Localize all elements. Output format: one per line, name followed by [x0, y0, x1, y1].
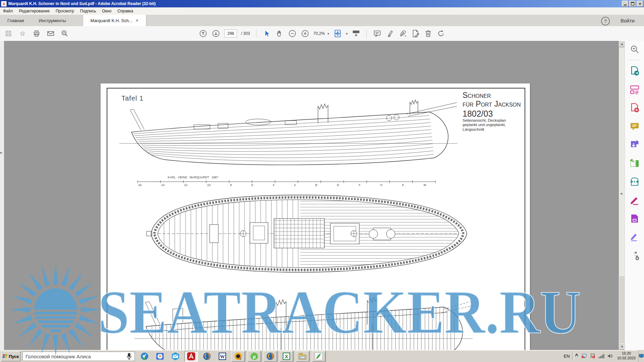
dcpp-app-icon[interactable] [231, 351, 245, 362]
tools-panel-collapse-arrow[interactable]: ◂ [620, 191, 622, 196]
collapse-toolbar-icon[interactable] [352, 29, 360, 38]
zoom-out-icon[interactable] [288, 29, 297, 38]
rotate-icon[interactable] [436, 29, 445, 38]
edit-pdf-icon[interactable] [629, 84, 640, 95]
fill-sign-icon[interactable] [411, 29, 420, 38]
pdf-convert-icon[interactable] [629, 213, 640, 224]
more-tools-icon[interactable] [629, 250, 640, 261]
email-icon[interactable] [46, 29, 55, 38]
help-icon[interactable]: ? [601, 17, 610, 25]
tab-bar: Главная Инструменты Marquardt K.H. Sch..… [0, 15, 644, 26]
page-total-label: / 303 [241, 31, 250, 36]
mail-app-icon[interactable] [169, 351, 182, 361]
show-desktop-button[interactable] [638, 350, 644, 362]
assistant-search-input[interactable]: Голосовой помощник Алиса [22, 352, 135, 361]
comment-icon[interactable] [373, 29, 381, 38]
zoom-value: 70,2% [313, 31, 325, 36]
star-icon[interactable]: ☆ [18, 29, 27, 38]
tab-tools[interactable]: Инструменты [31, 15, 73, 26]
zoom-in-icon[interactable] [301, 29, 309, 38]
menu-edit[interactable]: Редактирование [16, 7, 53, 15]
chevron-down-icon[interactable]: ▾ [346, 32, 347, 36]
tab-home[interactable]: Главная [0, 15, 31, 26]
search-zoom-icon[interactable] [60, 29, 69, 38]
certificate-sign-icon[interactable] [629, 231, 640, 243]
subtitle-line-1: Seitenansicht, Decksplan [463, 118, 521, 123]
highlighter-icon[interactable] [385, 29, 394, 38]
action-center-flag-icon[interactable] [590, 353, 596, 359]
sign-in-link[interactable]: Войти [621, 18, 635, 23]
firefox-app-icon[interactable] [201, 351, 213, 361]
drawing-frame: Tafel 1 Schoner für Port Jackson 1802/03… [107, 88, 525, 362]
page-number-input[interactable]: 298 [224, 29, 237, 38]
system-tray: EN ^ 15:20 10.02.2023 [561, 350, 644, 362]
acrobat-taskbar-icon[interactable] [184, 351, 198, 362]
chevron-down-icon: ▾ [327, 32, 329, 36]
minimize-button[interactable] [622, 1, 629, 7]
tray-expand-chevron-icon[interactable]: ^ [575, 353, 578, 359]
compress-pdf-icon[interactable] [629, 176, 640, 187]
title-bar: Marquardt K.H. Schoner in Nord und Sud.p… [0, 0, 644, 7]
drawing-title-block: Schoner für Port Jackson 1802/03 Seitena… [463, 91, 521, 132]
print-icon[interactable] [32, 29, 41, 38]
pdf-page[interactable]: Tafel 1 Schoner für Port Jackson 1802/03… [101, 83, 530, 362]
search-tools-icon[interactable] [629, 44, 640, 55]
zoom-level-select[interactable]: 70,2% ▾ [313, 31, 329, 36]
download-manager-app-icon[interactable] [138, 351, 151, 361]
speaker-icon[interactable] [607, 353, 613, 359]
start-button[interactable]: Пуск [1, 351, 20, 361]
sign-pen-icon[interactable] [398, 29, 407, 38]
save-icon[interactable] [4, 29, 13, 38]
export-pdf-icon[interactable] [629, 65, 640, 77]
tab-document[interactable]: Marquardt K.H. Sch... × [83, 15, 146, 26]
close-button[interactable]: × [637, 1, 643, 7]
create-pdf-icon[interactable] [629, 102, 640, 114]
language-indicator[interactable]: EN [561, 354, 573, 359]
fill-sign-tool-icon[interactable] [629, 194, 640, 206]
tray-time: 15:20 [617, 351, 636, 356]
svg-text:µ: µ [253, 354, 256, 359]
main-toolbar: ☆ 298 / 303 70,2% [0, 26, 644, 41]
svg-text:X: X [285, 354, 288, 359]
tools-panel [625, 41, 644, 350]
side-elevation-drawing: KARL HEINZ MARQUARDT 1987 16 14 12 10 8 … [117, 93, 460, 186]
menu-view[interactable]: Просмотр [53, 7, 77, 15]
windows-logo-icon [2, 354, 8, 359]
menu-sign[interactable]: Подпись [77, 7, 99, 15]
microphone-icon[interactable] [126, 353, 132, 360]
quill-app-icon[interactable] [312, 351, 325, 362]
delete-pages-icon[interactable] [424, 29, 432, 38]
organize-pages-icon[interactable] [629, 158, 640, 169]
menu-window[interactable]: Окно [99, 7, 114, 15]
select-tool-icon[interactable] [262, 29, 271, 38]
file-manager-app-icon[interactable] [296, 351, 309, 362]
title-line-2: für Port Jackson [463, 100, 521, 109]
close-tab-icon[interactable]: × [136, 18, 139, 23]
acrobat-app-icon [1, 1, 7, 7]
taskbar: Пуск Голосовой помощник Алиса W µ [0, 350, 644, 362]
utorrent-app-icon[interactable]: µ [248, 351, 261, 362]
hand-tool-icon[interactable] [275, 29, 284, 38]
combine-files-icon[interactable] [629, 139, 640, 150]
next-page-button[interactable] [212, 29, 220, 38]
excel-app-icon[interactable]: X [280, 351, 293, 362]
word-app-icon[interactable]: W [216, 351, 229, 361]
subtitle-line-2: geplankt und ungeplankt, [463, 123, 521, 127]
previous-page-button[interactable] [199, 29, 208, 38]
restore-button[interactable] [629, 1, 636, 7]
window-title: Marquardt K.H. Schoner in Nord und Sud.p… [8, 1, 156, 6]
deck-plan-drawing [143, 185, 478, 286]
firefox-window-icon[interactable] [264, 351, 277, 362]
comment-tool-icon[interactable] [629, 121, 640, 132]
clock[interactable]: 15:20 10.02.2023 [617, 351, 636, 361]
fit-page-icon[interactable] [333, 29, 342, 38]
panel-expand-arrow[interactable]: ▸ [0, 150, 2, 155]
signal-strength-icon[interactable] [598, 353, 604, 359]
menu-help[interactable]: Справка [114, 7, 136, 15]
subtitle-line-3: Längsschnitt [463, 127, 521, 132]
menu-file[interactable]: Файл [0, 7, 16, 15]
document-canvas: Tafel 1 Schoner für Port Jackson 1802/03… [4, 41, 619, 350]
svg-text:W: W [220, 354, 225, 359]
media-player-app-icon[interactable] [154, 351, 166, 361]
network-disconnected-icon[interactable] [581, 353, 587, 359]
